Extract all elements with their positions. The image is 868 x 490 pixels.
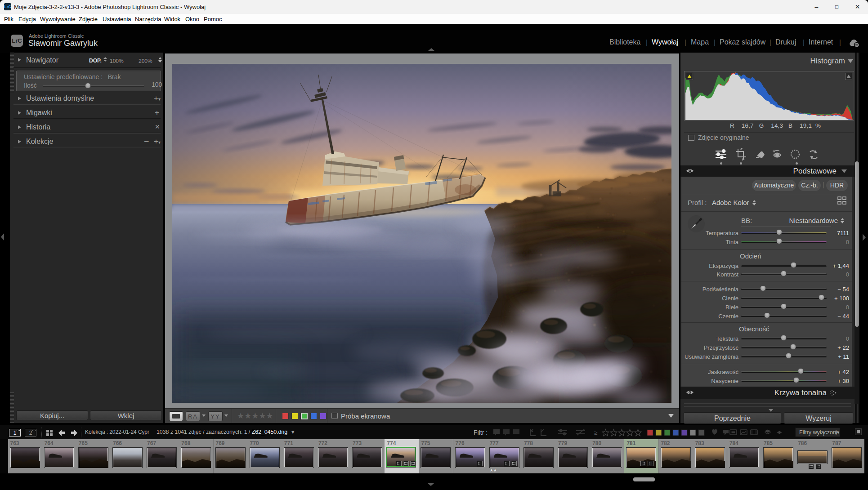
svg-text:≥: ≥ [594,429,597,436]
